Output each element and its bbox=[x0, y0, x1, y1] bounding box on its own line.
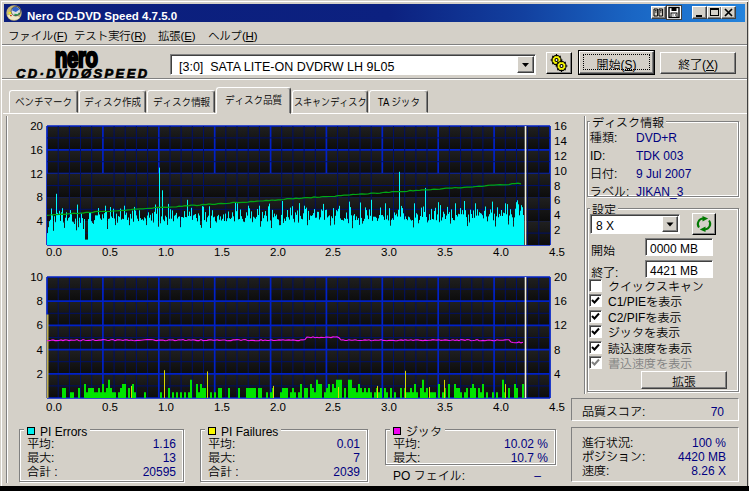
svg-text:8: 8 bbox=[554, 180, 560, 192]
svg-text:4.5: 4.5 bbox=[549, 246, 565, 258]
svg-text:2: 2 bbox=[554, 224, 560, 236]
svg-text:2: 2 bbox=[37, 368, 43, 380]
svg-text:1.5: 1.5 bbox=[214, 246, 230, 258]
svg-text:3.0: 3.0 bbox=[381, 246, 397, 258]
svg-text:1.5: 1.5 bbox=[214, 401, 230, 413]
svg-text:10: 10 bbox=[30, 271, 43, 283]
svg-text:6: 6 bbox=[554, 194, 560, 206]
svg-text:10: 10 bbox=[554, 165, 567, 177]
svg-text:3.0: 3.0 bbox=[381, 401, 397, 413]
svg-text:16: 16 bbox=[554, 295, 567, 307]
svg-text:4.0: 4.0 bbox=[493, 401, 509, 413]
svg-text:2.5: 2.5 bbox=[325, 246, 341, 258]
svg-text:6: 6 bbox=[37, 319, 43, 331]
svg-text:3.5: 3.5 bbox=[437, 401, 453, 413]
svg-text:8: 8 bbox=[554, 344, 560, 356]
svg-text:4: 4 bbox=[37, 344, 44, 356]
svg-text:12: 12 bbox=[554, 319, 567, 331]
svg-text:4: 4 bbox=[554, 209, 561, 221]
svg-text:16: 16 bbox=[30, 144, 43, 156]
svg-text:8: 8 bbox=[37, 295, 43, 307]
svg-text:0.0: 0.0 bbox=[46, 246, 62, 258]
svg-text:2.5: 2.5 bbox=[325, 401, 341, 413]
svg-text:4: 4 bbox=[37, 215, 44, 227]
svg-text:16: 16 bbox=[554, 120, 567, 132]
svg-text:3.5: 3.5 bbox=[437, 246, 453, 258]
svg-text:0.5: 0.5 bbox=[102, 246, 118, 258]
svg-text:0.5: 0.5 bbox=[102, 401, 118, 413]
svg-text:1.0: 1.0 bbox=[158, 246, 174, 258]
svg-text:4.0: 4.0 bbox=[493, 246, 509, 258]
svg-text:20: 20 bbox=[30, 120, 43, 132]
svg-text:2.0: 2.0 bbox=[270, 246, 286, 258]
svg-text:4: 4 bbox=[554, 368, 561, 380]
svg-text:12: 12 bbox=[554, 150, 567, 162]
svg-text:4.5: 4.5 bbox=[549, 401, 565, 413]
svg-text:12: 12 bbox=[30, 168, 43, 180]
svg-text:1.0: 1.0 bbox=[158, 401, 174, 413]
svg-text:8: 8 bbox=[37, 191, 43, 203]
svg-text:0.0: 0.0 bbox=[46, 401, 62, 413]
svg-text:20: 20 bbox=[554, 271, 567, 283]
svg-text:2.0: 2.0 bbox=[270, 401, 286, 413]
svg-text:14: 14 bbox=[554, 135, 567, 147]
